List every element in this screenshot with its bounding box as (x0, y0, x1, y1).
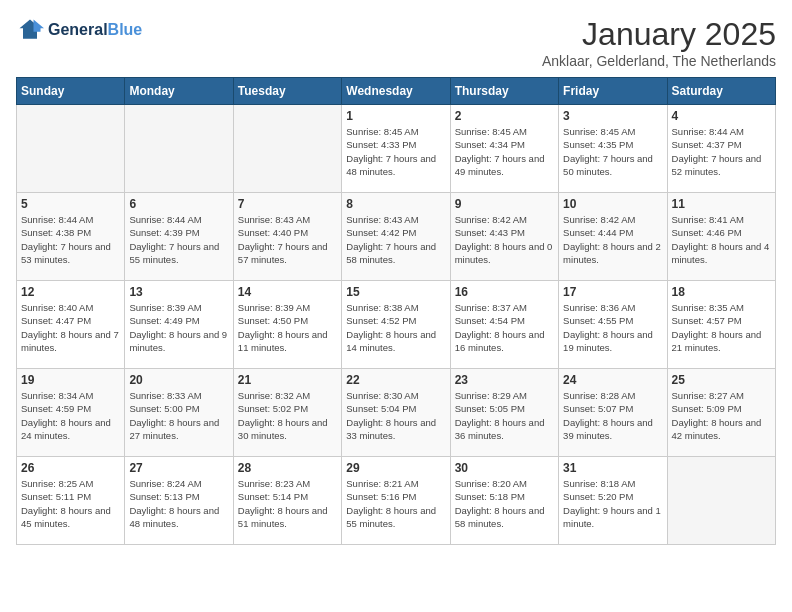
day-info: Sunrise: 8:18 AMSunset: 5:20 PMDaylight:… (563, 477, 662, 530)
day-info: Sunrise: 8:29 AMSunset: 5:05 PMDaylight:… (455, 389, 554, 442)
day-cell-23: 23 Sunrise: 8:29 AMSunset: 5:05 PMDaylig… (450, 369, 558, 457)
weekday-header-thursday: Thursday (450, 78, 558, 105)
day-cell-15: 15 Sunrise: 8:38 AMSunset: 4:52 PMDaylig… (342, 281, 450, 369)
day-info: Sunrise: 8:44 AMSunset: 4:37 PMDaylight:… (672, 125, 771, 178)
day-number: 13 (129, 285, 228, 299)
day-cell-19: 19 Sunrise: 8:34 AMSunset: 4:59 PMDaylig… (17, 369, 125, 457)
day-cell-30: 30 Sunrise: 8:20 AMSunset: 5:18 PMDaylig… (450, 457, 558, 545)
day-info: Sunrise: 8:45 AMSunset: 4:35 PMDaylight:… (563, 125, 662, 178)
day-info: Sunrise: 8:45 AMSunset: 4:34 PMDaylight:… (455, 125, 554, 178)
day-cell-3: 3 Sunrise: 8:45 AMSunset: 4:35 PMDayligh… (559, 105, 667, 193)
weekday-header-sunday: Sunday (17, 78, 125, 105)
weekday-header-tuesday: Tuesday (233, 78, 341, 105)
day-cell-9: 9 Sunrise: 8:42 AMSunset: 4:43 PMDayligh… (450, 193, 558, 281)
day-info: Sunrise: 8:40 AMSunset: 4:47 PMDaylight:… (21, 301, 120, 354)
logo: GeneralBlue (16, 16, 142, 44)
day-number: 20 (129, 373, 228, 387)
day-cell-26: 26 Sunrise: 8:25 AMSunset: 5:11 PMDaylig… (17, 457, 125, 545)
day-cell-11: 11 Sunrise: 8:41 AMSunset: 4:46 PMDaylig… (667, 193, 775, 281)
day-info: Sunrise: 8:44 AMSunset: 4:39 PMDaylight:… (129, 213, 228, 266)
day-cell-13: 13 Sunrise: 8:39 AMSunset: 4:49 PMDaylig… (125, 281, 233, 369)
day-number: 25 (672, 373, 771, 387)
day-info: Sunrise: 8:33 AMSunset: 5:00 PMDaylight:… (129, 389, 228, 442)
day-info: Sunrise: 8:24 AMSunset: 5:13 PMDaylight:… (129, 477, 228, 530)
day-cell-21: 21 Sunrise: 8:32 AMSunset: 5:02 PMDaylig… (233, 369, 341, 457)
day-number: 2 (455, 109, 554, 123)
day-info: Sunrise: 8:42 AMSunset: 4:44 PMDaylight:… (563, 213, 662, 266)
week-row-1: 1 Sunrise: 8:45 AMSunset: 4:33 PMDayligh… (17, 105, 776, 193)
day-info: Sunrise: 8:39 AMSunset: 4:49 PMDaylight:… (129, 301, 228, 354)
week-row-5: 26 Sunrise: 8:25 AMSunset: 5:11 PMDaylig… (17, 457, 776, 545)
day-number: 14 (238, 285, 337, 299)
weekday-header-wednesday: Wednesday (342, 78, 450, 105)
day-number: 1 (346, 109, 445, 123)
day-info: Sunrise: 8:45 AMSunset: 4:33 PMDaylight:… (346, 125, 445, 178)
day-number: 9 (455, 197, 554, 211)
location-title: Anklaar, Gelderland, The Netherlands (542, 53, 776, 69)
day-number: 11 (672, 197, 771, 211)
day-number: 23 (455, 373, 554, 387)
day-number: 21 (238, 373, 337, 387)
day-number: 24 (563, 373, 662, 387)
day-info: Sunrise: 8:36 AMSunset: 4:55 PMDaylight:… (563, 301, 662, 354)
day-cell-1: 1 Sunrise: 8:45 AMSunset: 4:33 PMDayligh… (342, 105, 450, 193)
day-number: 7 (238, 197, 337, 211)
day-cell-14: 14 Sunrise: 8:39 AMSunset: 4:50 PMDaylig… (233, 281, 341, 369)
day-number: 22 (346, 373, 445, 387)
day-number: 28 (238, 461, 337, 475)
weekday-header-row: SundayMondayTuesdayWednesdayThursdayFrid… (17, 78, 776, 105)
day-info: Sunrise: 8:32 AMSunset: 5:02 PMDaylight:… (238, 389, 337, 442)
day-cell-29: 29 Sunrise: 8:21 AMSunset: 5:16 PMDaylig… (342, 457, 450, 545)
day-info: Sunrise: 8:39 AMSunset: 4:50 PMDaylight:… (238, 301, 337, 354)
day-info: Sunrise: 8:35 AMSunset: 4:57 PMDaylight:… (672, 301, 771, 354)
day-info: Sunrise: 8:21 AMSunset: 5:16 PMDaylight:… (346, 477, 445, 530)
day-number: 18 (672, 285, 771, 299)
day-info: Sunrise: 8:34 AMSunset: 4:59 PMDaylight:… (21, 389, 120, 442)
empty-cell (233, 105, 341, 193)
day-info: Sunrise: 8:43 AMSunset: 4:40 PMDaylight:… (238, 213, 337, 266)
day-info: Sunrise: 8:43 AMSunset: 4:42 PMDaylight:… (346, 213, 445, 266)
day-cell-2: 2 Sunrise: 8:45 AMSunset: 4:34 PMDayligh… (450, 105, 558, 193)
day-cell-25: 25 Sunrise: 8:27 AMSunset: 5:09 PMDaylig… (667, 369, 775, 457)
title-block: January 2025 Anklaar, Gelderland, The Ne… (542, 16, 776, 69)
day-info: Sunrise: 8:28 AMSunset: 5:07 PMDaylight:… (563, 389, 662, 442)
day-cell-4: 4 Sunrise: 8:44 AMSunset: 4:37 PMDayligh… (667, 105, 775, 193)
day-number: 29 (346, 461, 445, 475)
week-row-3: 12 Sunrise: 8:40 AMSunset: 4:47 PMDaylig… (17, 281, 776, 369)
day-cell-31: 31 Sunrise: 8:18 AMSunset: 5:20 PMDaylig… (559, 457, 667, 545)
day-cell-5: 5 Sunrise: 8:44 AMSunset: 4:38 PMDayligh… (17, 193, 125, 281)
day-cell-12: 12 Sunrise: 8:40 AMSunset: 4:47 PMDaylig… (17, 281, 125, 369)
day-cell-22: 22 Sunrise: 8:30 AMSunset: 5:04 PMDaylig… (342, 369, 450, 457)
day-info: Sunrise: 8:42 AMSunset: 4:43 PMDaylight:… (455, 213, 554, 266)
day-cell-8: 8 Sunrise: 8:43 AMSunset: 4:42 PMDayligh… (342, 193, 450, 281)
day-number: 12 (21, 285, 120, 299)
empty-cell (667, 457, 775, 545)
day-cell-16: 16 Sunrise: 8:37 AMSunset: 4:54 PMDaylig… (450, 281, 558, 369)
day-number: 27 (129, 461, 228, 475)
day-info: Sunrise: 8:20 AMSunset: 5:18 PMDaylight:… (455, 477, 554, 530)
svg-marker-1 (34, 20, 45, 32)
day-info: Sunrise: 8:23 AMSunset: 5:14 PMDaylight:… (238, 477, 337, 530)
logo-text: GeneralBlue (48, 21, 142, 39)
day-number: 15 (346, 285, 445, 299)
weekday-header-saturday: Saturday (667, 78, 775, 105)
day-info: Sunrise: 8:44 AMSunset: 4:38 PMDaylight:… (21, 213, 120, 266)
week-row-2: 5 Sunrise: 8:44 AMSunset: 4:38 PMDayligh… (17, 193, 776, 281)
day-number: 16 (455, 285, 554, 299)
day-info: Sunrise: 8:41 AMSunset: 4:46 PMDaylight:… (672, 213, 771, 266)
day-number: 19 (21, 373, 120, 387)
month-title: January 2025 (542, 16, 776, 53)
day-number: 4 (672, 109, 771, 123)
day-number: 3 (563, 109, 662, 123)
day-cell-10: 10 Sunrise: 8:42 AMSunset: 4:44 PMDaylig… (559, 193, 667, 281)
day-cell-6: 6 Sunrise: 8:44 AMSunset: 4:39 PMDayligh… (125, 193, 233, 281)
page-header: GeneralBlue January 2025 Anklaar, Gelder… (16, 16, 776, 69)
day-number: 17 (563, 285, 662, 299)
day-cell-20: 20 Sunrise: 8:33 AMSunset: 5:00 PMDaylig… (125, 369, 233, 457)
weekday-header-monday: Monday (125, 78, 233, 105)
empty-cell (125, 105, 233, 193)
day-info: Sunrise: 8:27 AMSunset: 5:09 PMDaylight:… (672, 389, 771, 442)
logo-icon (16, 16, 44, 44)
calendar-table: SundayMondayTuesdayWednesdayThursdayFrid… (16, 77, 776, 545)
day-info: Sunrise: 8:38 AMSunset: 4:52 PMDaylight:… (346, 301, 445, 354)
